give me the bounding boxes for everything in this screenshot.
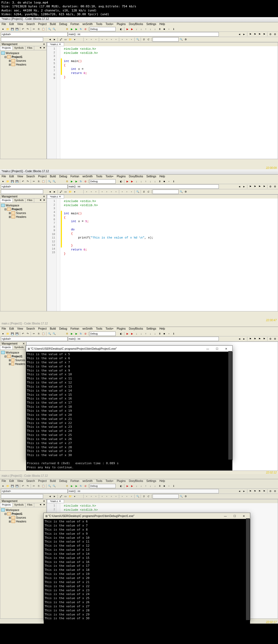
menu-doxyblocks[interactable]: DoxyBlocks — [127, 23, 145, 26]
paste-icon[interactable]: 📋 — [41, 332, 45, 336]
toggle-icon[interactable]: ◐ — [119, 179, 123, 184]
rebuild-icon[interactable]: ↻ — [79, 27, 83, 31]
console-title-bar[interactable]: ⊞ "C:\Users\USER\Desktop\C programs\Proj… — [26, 346, 232, 352]
debug-icon[interactable]: ▶ — [125, 332, 129, 336]
jump-back-icon[interactable]: ◄ — [48, 494, 52, 499]
buildrun-icon[interactable]: ▶ — [74, 27, 78, 31]
next-line-icon[interactable]: ↓ — [134, 332, 139, 336]
tab-nav-left-icon[interactable]: ◄ — [38, 199, 42, 202]
break-icon[interactable]: ⏸ — [157, 332, 162, 336]
win10-icon[interactable]: ▫ — [129, 37, 134, 42]
menu-view[interactable]: View — [15, 327, 25, 330]
scope-right-combo[interactable]: main() : int — [68, 337, 219, 341]
console-output[interactable]: This is the value of x 6 This is the val… — [44, 519, 250, 624]
tree-project[interactable]: ⊟Project1 — [1, 512, 46, 516]
gear1-icon[interactable]: ⚙ — [268, 337, 273, 341]
cut-icon[interactable]: ✂ — [32, 332, 36, 336]
step-icon[interactable]: ↓ — [139, 179, 143, 184]
menu-file[interactable]: File — [0, 479, 8, 482]
menu-project[interactable]: Project — [37, 479, 48, 482]
step-out-icon[interactable]: ↑ — [144, 484, 148, 488]
bookmark3-icon[interactable]: ⚑ — [257, 32, 262, 36]
tree-headers[interactable]: ⊞Headers — [1, 63, 46, 66]
win7-icon[interactable]: ▫ — [114, 190, 118, 194]
menu-edit[interactable]: Edit — [8, 175, 15, 178]
tab-close-icon[interactable]: ✕ — [59, 500, 61, 503]
step-icon[interactable]: ↓ — [139, 27, 143, 31]
tab-close-icon[interactable]: ✕ — [59, 195, 61, 198]
scope-left-combo[interactable]: <global> — [1, 337, 68, 341]
highlight-icon[interactable]: 🖍 — [59, 494, 63, 499]
menu-project[interactable]: Project — [37, 175, 48, 178]
extra-combo[interactable] — [1, 190, 43, 194]
console-title-bar[interactable]: ⊞ "C:\Users\USER\Desktop\C programs\Proj… — [44, 513, 250, 519]
abort-icon[interactable]: ⊘ — [83, 484, 88, 488]
search-settings-icon[interactable]: ⚙ — [184, 37, 188, 42]
rebuild-icon[interactable]: ↻ — [79, 484, 83, 488]
saveall-icon[interactable]: 💾 — [15, 179, 19, 184]
bookmark-icon[interactable]: ⚑ — [248, 337, 252, 341]
tree-headers[interactable]: ⊞Headers — [1, 215, 46, 219]
abort-icon[interactable]: ⊘ — [83, 27, 88, 31]
replace-icon[interactable]: 🔍 — [52, 332, 56, 336]
win2-icon[interactable]: ▫ — [89, 37, 93, 42]
tab-nav-right-icon[interactable]: ► — [42, 199, 46, 202]
search-combo[interactable] — [153, 494, 179, 499]
bookmark-icon[interactable]: ⚑ — [248, 32, 252, 36]
info-icon[interactable]: ℹ — [171, 179, 176, 184]
bookmark4-icon[interactable]: ⚑ — [262, 337, 266, 341]
S-icon[interactable]: S — [142, 37, 146, 42]
win7-icon[interactable]: ▫ — [114, 494, 118, 499]
save-icon[interactable]: 💾 — [10, 332, 14, 336]
S-icon[interactable]: S — [142, 190, 146, 194]
win8-icon[interactable]: ▫ — [120, 190, 124, 194]
search-settings-icon[interactable]: ⚙ — [184, 190, 188, 194]
buildrun-icon[interactable]: ▶ — [74, 332, 78, 336]
code-editor[interactable]: 123456789 #include <stdio.h> #include <s… — [47, 46, 278, 159]
toggle-icon[interactable]: ◐ — [119, 484, 123, 488]
menu-file[interactable]: File — [0, 175, 8, 178]
zoom-icon[interactable]: 🔍 — [135, 494, 140, 499]
find-icon[interactable]: 🔍 — [47, 179, 52, 184]
close-button[interactable]: ✕ — [222, 347, 231, 351]
menu-search[interactable]: Search — [25, 479, 37, 482]
next-instr-icon[interactable]: ↓ — [148, 484, 153, 488]
menu-search[interactable]: Search — [25, 23, 37, 26]
menu-fortran[interactable]: Fortran — [69, 175, 81, 178]
paste-icon[interactable]: 📋 — [41, 27, 45, 31]
info-icon[interactable]: ℹ — [171, 27, 176, 31]
saveall-icon[interactable]: 💾 — [15, 27, 19, 31]
highlight-icon[interactable]: 🖍 — [59, 37, 63, 42]
win1-icon[interactable]: ▫ — [84, 190, 89, 194]
rebuild-icon[interactable]: ↻ — [79, 179, 83, 184]
highlight2-icon[interactable]: 📁 — [68, 37, 72, 42]
C-icon[interactable]: C — [146, 37, 151, 42]
win8-icon[interactable]: ▫ — [120, 494, 124, 499]
tab-nav-left-icon[interactable]: ◄ — [38, 46, 42, 50]
bookmark2-icon[interactable]: ⚑ — [253, 32, 257, 36]
win5-icon[interactable]: ▫ — [105, 37, 109, 42]
minimize-button[interactable]: — — [203, 347, 212, 351]
console-scrollbar[interactable] — [246, 518, 250, 620]
gear2-icon[interactable]: ⚙ — [273, 337, 277, 341]
menu-fortran[interactable]: Fortran — [69, 479, 81, 482]
tab-projects[interactable]: Projects — [0, 46, 13, 50]
new-icon[interactable]: ● — [1, 179, 5, 184]
gear2-icon[interactable]: ⚙ — [273, 489, 277, 493]
menu-help[interactable]: Help — [158, 23, 167, 26]
menu-build[interactable]: Build — [48, 23, 58, 26]
run-icon[interactable]: ▶ — [70, 332, 74, 336]
buildrun-icon[interactable]: ▶ — [74, 484, 78, 488]
tree-project[interactable]: ⊟Project1 — [1, 354, 25, 358]
rebuild-icon[interactable]: ↻ — [79, 332, 83, 336]
run-icon[interactable]: ▶ — [70, 484, 74, 488]
win6-icon[interactable]: ▫ — [109, 494, 113, 499]
S-icon[interactable]: S — [142, 494, 146, 499]
next-line-icon[interactable]: ↓ — [134, 179, 139, 184]
save-icon[interactable]: 💾 — [10, 179, 14, 184]
next-icon[interactable]: ► — [242, 489, 246, 493]
redo-icon[interactable]: ↷ — [26, 179, 30, 184]
menu-settings[interactable]: Settings — [145, 479, 158, 482]
stop-debug-icon[interactable]: ■ — [162, 484, 166, 488]
menu-edit[interactable]: Edit — [8, 327, 15, 330]
